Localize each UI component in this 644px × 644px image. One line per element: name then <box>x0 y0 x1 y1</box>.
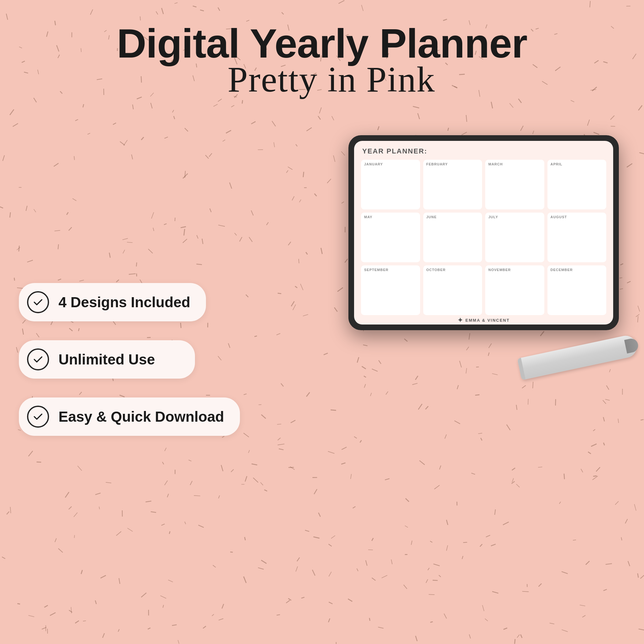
features-list: 4 Designs Included Unlimited Use Easy & … <box>19 283 240 436</box>
feature-text-download: Easy & Quick Download <box>58 408 224 425</box>
feature-item-download: Easy & Quick Download <box>19 397 240 436</box>
check-icon-unlimited <box>27 348 49 370</box>
month-cell-october: OCTOBER <box>423 265 482 315</box>
feature-text-unlimited: Unlimited Use <box>58 351 155 368</box>
script-subtitle: Pretty in Pink <box>0 59 644 100</box>
main-title: Digital Yearly Planner <box>0 0 644 65</box>
month-cell-january: JANUARY <box>361 160 420 209</box>
tablet-mockup: YEAR PLANNER: JANUARYFEBRUARYMARCHAPRILM… <box>348 135 625 349</box>
tablet-screen: YEAR PLANNER: JANUARYFEBRUARYMARCHAPRILM… <box>354 141 613 325</box>
brand-footer: ✦ EMMA & VINCENT <box>458 316 510 324</box>
feature-item-unlimited: Unlimited Use <box>19 340 240 379</box>
tablet-outer: YEAR PLANNER: JANUARYFEBRUARYMARCHAPRILM… <box>348 135 619 330</box>
brand-logo-icon: ✦ <box>458 316 464 324</box>
month-cell-may: MAY <box>361 213 420 262</box>
planner-heading: YEAR PLANNER: <box>361 147 606 155</box>
feature-text-designs: 4 Designs Included <box>58 294 190 311</box>
check-icon-download <box>27 406 49 428</box>
month-cell-july: JULY <box>485 213 544 262</box>
check-icon-designs <box>27 291 49 313</box>
brand-name: EMMA & VINCENT <box>465 318 510 323</box>
months-grid: JANUARYFEBRUARYMARCHAPRILMAYJUNEJULYAUGU… <box>361 160 606 315</box>
month-cell-december: DECEMBER <box>547 265 607 315</box>
apple-pencil <box>517 334 639 380</box>
month-cell-april: APRIL <box>547 160 607 209</box>
month-cell-june: JUNE <box>423 213 482 262</box>
month-cell-february: FEBRUARY <box>423 160 482 209</box>
month-cell-august: AUGUST <box>547 213 607 262</box>
month-cell-march: MARCH <box>485 160 544 209</box>
feature-item-designs: 4 Designs Included <box>19 283 240 321</box>
month-cell-september: SEPTEMBER <box>361 265 420 315</box>
month-cell-november: NOVEMBER <box>485 265 544 315</box>
